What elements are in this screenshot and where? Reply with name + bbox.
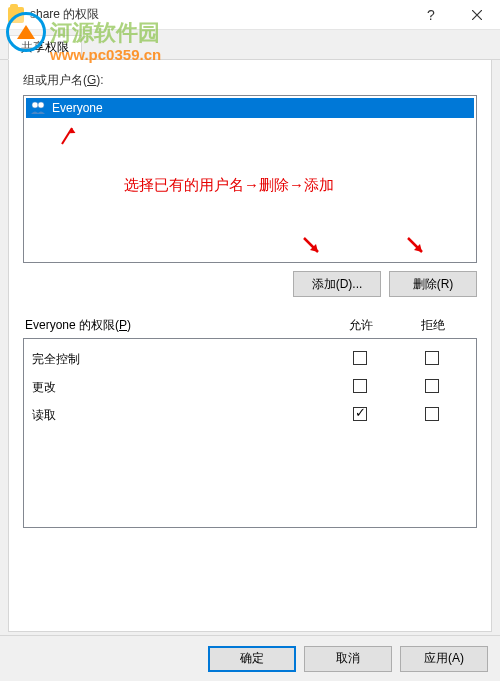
svg-point-0	[32, 102, 38, 108]
allow-column-header: 允许	[325, 317, 397, 334]
user-name: Everyone	[52, 101, 103, 115]
permission-row: 完全控制	[32, 345, 468, 373]
annotation-arrow-icon	[404, 234, 428, 258]
user-buttons-row: 添加(D)... 删除(R)	[23, 271, 477, 297]
allow-checkbox-change[interactable]	[353, 379, 367, 393]
annotation-arrow-icon	[58, 122, 82, 146]
titlebar: share 的权限 ?	[0, 0, 500, 30]
panel-body: 组或用户名(G): Everyone 选择已有的用户名→删除→添加 添加(D).…	[8, 60, 492, 632]
permission-name: 完全控制	[32, 351, 324, 368]
svg-point-1	[38, 102, 44, 108]
allow-checkbox-full[interactable]	[353, 351, 367, 365]
users-group-icon	[30, 101, 48, 115]
user-listbox[interactable]: Everyone 选择已有的用户名→删除→添加	[23, 95, 477, 263]
window-title: share 的权限	[30, 6, 408, 23]
permission-row: 读取	[32, 401, 468, 429]
permission-row: 更改	[32, 373, 468, 401]
deny-checkbox-full[interactable]	[425, 351, 439, 365]
deny-checkbox-change[interactable]	[425, 379, 439, 393]
cancel-button[interactable]: 取消	[304, 646, 392, 672]
add-button[interactable]: 添加(D)...	[293, 271, 381, 297]
apply-button[interactable]: 应用(A)	[400, 646, 488, 672]
close-button[interactable]	[454, 0, 500, 29]
annotation-text: 选择已有的用户名→删除→添加	[124, 176, 334, 195]
deny-column-header: 拒绝	[397, 317, 469, 334]
close-icon	[472, 10, 482, 20]
dialog-footer: 确定 取消 应用(A)	[0, 635, 500, 681]
user-list-item-everyone[interactable]: Everyone	[26, 98, 474, 118]
permission-name: 更改	[32, 379, 324, 396]
annotation-arrow-icon	[300, 234, 324, 258]
tab-strip: 共享权限	[0, 34, 500, 60]
window-controls: ?	[408, 0, 500, 29]
folder-icon	[8, 7, 24, 23]
help-button[interactable]: ?	[408, 0, 454, 29]
deny-checkbox-read[interactable]	[425, 407, 439, 421]
tab-share-permissions[interactable]: 共享权限	[8, 35, 82, 60]
group-user-label: 组或用户名(G):	[23, 72, 477, 89]
allow-checkbox-read[interactable]	[353, 407, 367, 421]
permissions-for-label: Everyone 的权限(P)	[25, 317, 325, 334]
permissions-header: Everyone 的权限(P) 允许 拒绝	[23, 313, 477, 338]
remove-button[interactable]: 删除(R)	[389, 271, 477, 297]
permission-name: 读取	[32, 407, 324, 424]
ok-button[interactable]: 确定	[208, 646, 296, 672]
permissions-listbox: 完全控制 更改 读取	[23, 338, 477, 528]
